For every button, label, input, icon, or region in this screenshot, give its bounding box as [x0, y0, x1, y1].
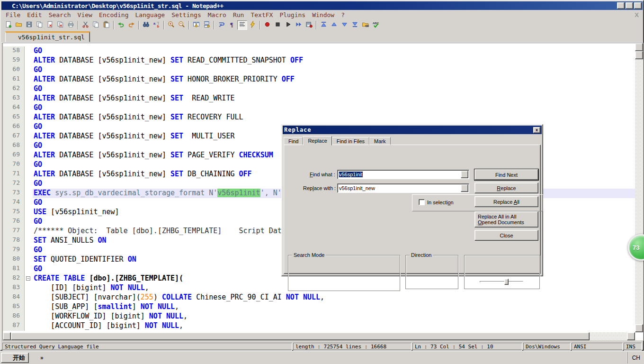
close-file-button[interactable]: [45, 20, 55, 30]
menu-item-language[interactable]: Language: [132, 10, 169, 19]
menu-item-window[interactable]: Window: [309, 10, 338, 19]
replace-dialog-titlebar[interactable]: Replace x: [283, 126, 542, 134]
menu-item-file[interactable]: File: [2, 10, 24, 19]
find-button[interactable]: [141, 20, 151, 30]
code-text[interactable]: [SUBJECT] [nvarchar](255) COLLATE Chines…: [33, 293, 635, 302]
code-line[interactable]: 58GO: [3, 46, 635, 56]
replace-all-in-all-opened-documents-button[interactable]: Replace All in All Opened Documents: [474, 211, 538, 228]
zoom-out-button[interactable]: [177, 20, 187, 30]
doc-switcher-button[interactable]: [360, 20, 370, 30]
macro-save-button[interactable]: [304, 20, 314, 30]
replace-button[interactable]: Replace: [474, 182, 538, 193]
vertical-scroll-thumb[interactable]: [635, 51, 643, 59]
word-wrap-button[interactable]: [216, 20, 226, 30]
code-text[interactable]: GO: [33, 46, 635, 56]
code-line[interactable]: 87 [ACCOUNT_ID] [bigint] NOT NULL,: [3, 321, 635, 331]
menu-item-search[interactable]: Search: [45, 10, 74, 19]
code-line[interactable]: 65ALTER DATABASE [v56sp1init_new] SET RE…: [3, 113, 635, 122]
tab-sql-file[interactable]: v56sp1init_str.sql: [5, 31, 90, 42]
find-what-value[interactable]: v56sp1init: [338, 172, 461, 177]
scroll-up-button[interactable]: [635, 43, 643, 51]
macro-play-button[interactable]: [283, 20, 293, 30]
transparency-slider[interactable]: [480, 278, 523, 285]
code-line[interactable]: 84 [SUBJECT] [nvarchar](255) COLLATE Chi…: [3, 293, 635, 302]
indent-guide-button[interactable]: [237, 20, 247, 30]
menu-item-encoding[interactable]: Encoding: [96, 10, 132, 19]
find-next-button[interactable]: Find Next: [474, 169, 538, 180]
save-button[interactable]: [24, 20, 34, 30]
open-folder-button[interactable]: [14, 20, 24, 30]
checkbox-unchecked[interactable]: [419, 199, 425, 205]
scroll-right-button[interactable]: [627, 332, 635, 340]
horizontal-scroll-thumb[interactable]: [11, 332, 590, 340]
menu-item-view[interactable]: View: [74, 10, 96, 19]
code-text[interactable]: ALTER DATABASE [v56sp1init_new] SET READ…: [33, 94, 635, 103]
save-all-button[interactable]: [35, 20, 45, 30]
replace-with-value[interactable]: v56sp1init_new: [338, 185, 461, 191]
code-line[interactable]: 62GO: [3, 84, 635, 94]
menu-item-textfx[interactable]: TextFX: [247, 10, 276, 19]
replace-dialog-close-button[interactable]: x: [533, 127, 540, 133]
paste-button[interactable]: [101, 20, 111, 30]
show-all-chars-button[interactable]: ¶: [227, 20, 237, 30]
menu-item-?[interactable]: ?: [338, 10, 348, 19]
code-line[interactable]: 85 [SUB_APP] [smallint] NOT NULL,: [3, 302, 635, 312]
vertical-scrollbar[interactable]: [635, 43, 643, 332]
find-what-dropdown-icon[interactable]: [461, 171, 468, 178]
language-indicator[interactable]: CH: [632, 355, 640, 361]
close-button[interactable]: Close: [474, 230, 538, 241]
code-line[interactable]: 60GO: [3, 65, 635, 75]
textfx-prev-button[interactable]: [329, 20, 339, 30]
code-line[interactable]: 63ALTER DATABASE [v56sp1init_new] SET RE…: [3, 94, 635, 103]
menu-item-plugins[interactable]: Plugins: [276, 10, 309, 19]
in-selection-checkbox[interactable]: In selection: [419, 199, 454, 205]
replace-with-dropdown-icon[interactable]: [461, 184, 468, 192]
copy-button[interactable]: [91, 20, 101, 30]
scroll-down-button[interactable]: [635, 324, 643, 332]
code-line[interactable]: 64GO: [3, 103, 635, 113]
menu-item-settings[interactable]: Settings: [168, 10, 205, 19]
code-line[interactable]: 59ALTER DATABASE [v56sp1init_new] SET RE…: [3, 56, 635, 65]
code-text[interactable]: [SUB_APP] [smallint] NOT NULL,: [33, 302, 635, 312]
restore-button[interactable]: [626, 2, 633, 9]
window-titlebar[interactable]: C:\Users\Administrator\Desktop\v56sp1ini…: [1, 1, 643, 10]
sync-horizontal-button[interactable]: [202, 20, 212, 30]
cut-button[interactable]: [80, 20, 90, 30]
replace-button[interactable]: ab: [152, 20, 161, 30]
start-button[interactable]: 开始: [1, 353, 29, 363]
replace-dialog-tab-replace[interactable]: Replace: [303, 136, 331, 146]
code-text[interactable]: GO: [33, 65, 635, 75]
replace-with-combobox[interactable]: v56sp1init_new: [337, 183, 469, 193]
macro-stop-button[interactable]: [273, 20, 283, 30]
code-text[interactable]: GO: [33, 84, 635, 94]
quick-launch-overflow-chevron[interactable]: »: [37, 355, 46, 361]
code-text[interactable]: ALTER DATABASE [v56sp1init_new] SET RECO…: [33, 113, 635, 122]
menu-item-edit[interactable]: Edit: [24, 10, 45, 19]
close-all-button[interactable]: [55, 20, 65, 30]
redo-button[interactable]: [126, 20, 136, 30]
scroll-left-button[interactable]: [3, 332, 11, 340]
find-what-combobox[interactable]: v56sp1init: [337, 170, 469, 179]
code-text[interactable]: [ACCOUNT_ID] [bigint] NOT NULL,: [33, 321, 635, 331]
close-button[interactable]: [634, 2, 642, 9]
fold-collapse-icon[interactable]: −: [26, 276, 30, 281]
menu-item-macro[interactable]: Macro: [205, 10, 230, 19]
textfx-last-button[interactable]: [350, 20, 360, 30]
textfx-first-button[interactable]: [319, 20, 329, 30]
spell-check-button[interactable]: ABC: [371, 20, 381, 30]
slider-thumb[interactable]: [504, 279, 509, 285]
zoom-in-button[interactable]: [166, 20, 176, 30]
code-text[interactable]: ALTER DATABASE [v56sp1init_new] SET HONO…: [33, 75, 635, 84]
textfx-next-button[interactable]: [340, 20, 349, 30]
code-text[interactable]: GO: [33, 103, 635, 113]
menu-item-run[interactable]: Run: [230, 10, 247, 19]
new-file-button[interactable]: [3, 20, 13, 30]
code-line[interactable]: 86 [WORKFLOW_ID] [bigint] NOT NULL,: [3, 312, 635, 321]
undo-button[interactable]: [116, 20, 126, 30]
macro-record-button[interactable]: [262, 20, 272, 30]
horizontal-scrollbar[interactable]: [3, 332, 635, 340]
macro-run-multiple-button[interactable]: [294, 20, 304, 30]
replace-all-button[interactable]: Replace All: [474, 196, 538, 207]
doc-close-button[interactable]: X: [635, 11, 639, 18]
sync-vertical-button[interactable]: [191, 20, 201, 30]
